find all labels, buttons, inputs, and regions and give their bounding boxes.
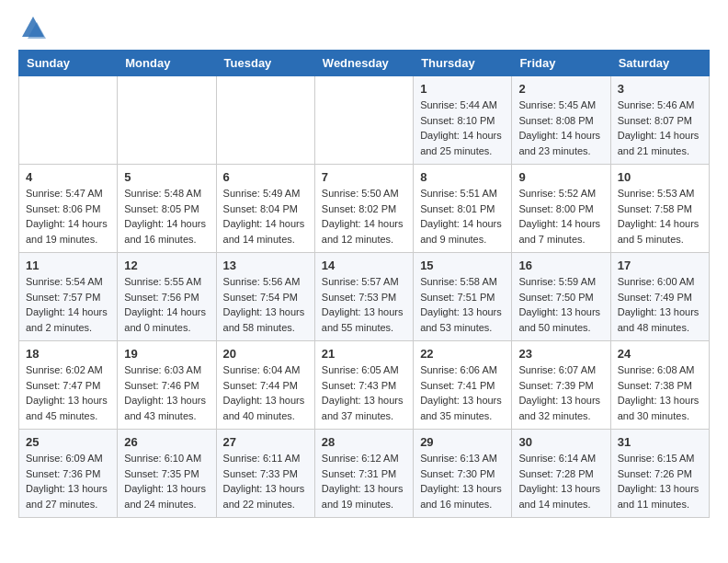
day-number: 13: [223, 259, 308, 272]
day-number: 11: [26, 259, 110, 272]
day-number: 31: [618, 435, 702, 449]
day-number: 28: [322, 435, 406, 449]
day-number: 17: [618, 259, 702, 272]
week-row-2: 4Sunrise: 5:47 AM Sunset: 8:06 PM Daylig…: [19, 165, 710, 253]
day-number: 27: [223, 435, 308, 449]
day-cell: 20Sunrise: 6:04 AM Sunset: 7:44 PM Dayli…: [216, 341, 314, 430]
day-cell: [314, 76, 413, 165]
day-number: 9: [518, 170, 603, 184]
day-info: Sunrise: 6:04 AM Sunset: 7:44 PM Dayligh…: [223, 362, 308, 423]
day-number: 10: [618, 170, 702, 184]
day-cell: 19Sunrise: 6:03 AM Sunset: 7:46 PM Dayli…: [118, 341, 216, 430]
day-cell: 6Sunrise: 5:49 AM Sunset: 8:04 PM Daylig…: [216, 165, 314, 253]
day-info: Sunrise: 5:57 AM Sunset: 7:53 PM Dayligh…: [322, 274, 406, 335]
day-cell: 29Sunrise: 6:13 AM Sunset: 7:30 PM Dayli…: [414, 430, 512, 518]
day-info: Sunrise: 6:02 AM Sunset: 7:47 PM Dayligh…: [26, 362, 110, 423]
day-cell: 4Sunrise: 5:47 AM Sunset: 8:06 PM Daylig…: [19, 165, 118, 253]
day-cell: 5Sunrise: 5:48 AM Sunset: 8:05 PM Daylig…: [118, 165, 216, 253]
day-number: 25: [26, 435, 110, 449]
day-number: 26: [124, 435, 209, 449]
calendar-body: 1Sunrise: 5:44 AM Sunset: 8:10 PM Daylig…: [19, 76, 710, 518]
day-number: 24: [618, 347, 702, 361]
day-number: 12: [124, 259, 209, 272]
day-info: Sunrise: 6:08 AM Sunset: 7:38 PM Dayligh…: [618, 362, 702, 423]
day-info: Sunrise: 5:48 AM Sunset: 8:05 PM Dayligh…: [124, 186, 209, 247]
logo-icon: [20, 15, 46, 40]
header-cell-monday: Monday: [118, 51, 216, 76]
day-info: Sunrise: 5:53 AM Sunset: 7:58 PM Dayligh…: [618, 186, 702, 247]
day-cell: 18Sunrise: 6:02 AM Sunset: 7:47 PM Dayli…: [19, 341, 118, 430]
day-cell: 12Sunrise: 5:55 AM Sunset: 7:56 PM Dayli…: [118, 253, 216, 341]
day-info: Sunrise: 5:55 AM Sunset: 7:56 PM Dayligh…: [124, 274, 209, 335]
day-cell: [118, 76, 216, 165]
day-info: Sunrise: 5:56 AM Sunset: 7:54 PM Dayligh…: [223, 274, 308, 335]
day-cell: 11Sunrise: 5:54 AM Sunset: 7:57 PM Dayli…: [19, 253, 118, 341]
day-number: 20: [223, 347, 308, 361]
day-info: Sunrise: 6:14 AM Sunset: 7:28 PM Dayligh…: [518, 451, 603, 511]
week-row-1: 1Sunrise: 5:44 AM Sunset: 8:10 PM Daylig…: [19, 76, 710, 165]
day-cell: 22Sunrise: 6:06 AM Sunset: 7:41 PM Dayli…: [414, 341, 512, 430]
day-info: Sunrise: 6:03 AM Sunset: 7:46 PM Dayligh…: [124, 362, 209, 423]
day-info: Sunrise: 6:09 AM Sunset: 7:36 PM Dayligh…: [26, 451, 110, 511]
day-cell: 15Sunrise: 5:58 AM Sunset: 7:51 PM Dayli…: [414, 253, 512, 341]
day-cell: 17Sunrise: 6:00 AM Sunset: 7:49 PM Dayli…: [610, 253, 709, 341]
day-number: 21: [322, 347, 406, 361]
day-info: Sunrise: 6:15 AM Sunset: 7:26 PM Dayligh…: [618, 451, 702, 511]
day-cell: 16Sunrise: 5:59 AM Sunset: 7:50 PM Dayli…: [512, 253, 610, 341]
week-row-5: 25Sunrise: 6:09 AM Sunset: 7:36 PM Dayli…: [19, 430, 710, 518]
day-number: 16: [518, 259, 603, 272]
header-cell-friday: Friday: [512, 51, 610, 76]
day-info: Sunrise: 6:06 AM Sunset: 7:41 PM Dayligh…: [420, 362, 505, 423]
day-number: 8: [420, 170, 505, 184]
day-info: Sunrise: 6:12 AM Sunset: 7:31 PM Dayligh…: [322, 451, 406, 511]
day-cell: 26Sunrise: 6:10 AM Sunset: 7:35 PM Dayli…: [118, 430, 216, 518]
day-number: 29: [420, 435, 505, 449]
day-cell: 10Sunrise: 5:53 AM Sunset: 7:58 PM Dayli…: [610, 165, 709, 253]
day-number: 4: [26, 170, 110, 184]
day-info: Sunrise: 5:51 AM Sunset: 8:01 PM Dayligh…: [420, 186, 505, 247]
header-cell-saturday: Saturday: [610, 51, 709, 76]
day-number: 7: [322, 170, 406, 184]
day-cell: 23Sunrise: 6:07 AM Sunset: 7:39 PM Dayli…: [512, 341, 610, 430]
day-cell: 27Sunrise: 6:11 AM Sunset: 7:33 PM Dayli…: [216, 430, 314, 518]
day-cell: [19, 76, 118, 165]
header-cell-sunday: Sunday: [19, 51, 118, 76]
day-info: Sunrise: 5:50 AM Sunset: 8:02 PM Dayligh…: [322, 186, 406, 247]
day-info: Sunrise: 6:11 AM Sunset: 7:33 PM Dayligh…: [223, 451, 308, 511]
day-cell: 13Sunrise: 5:56 AM Sunset: 7:54 PM Dayli…: [216, 253, 314, 341]
day-number: 22: [420, 347, 505, 361]
day-cell: 31Sunrise: 6:15 AM Sunset: 7:26 PM Dayli…: [610, 430, 709, 518]
day-number: 23: [518, 347, 603, 361]
day-number: 5: [124, 170, 209, 184]
day-cell: 1Sunrise: 5:44 AM Sunset: 8:10 PM Daylig…: [414, 76, 512, 165]
day-number: 3: [618, 82, 702, 96]
day-cell: 8Sunrise: 5:51 AM Sunset: 8:01 PM Daylig…: [414, 165, 512, 253]
header-row: SundayMondayTuesdayWednesdayThursdayFrid…: [19, 51, 710, 76]
day-number: 6: [223, 170, 308, 184]
day-info: Sunrise: 5:58 AM Sunset: 7:51 PM Dayligh…: [420, 274, 505, 335]
page-container: SundayMondayTuesdayWednesdayThursdayFrid…: [0, 0, 728, 533]
page-header: [18, 15, 710, 40]
day-info: Sunrise: 5:46 AM Sunset: 8:07 PM Dayligh…: [618, 98, 702, 158]
logo: [18, 15, 46, 40]
header-cell-wednesday: Wednesday: [314, 51, 413, 76]
day-cell: 21Sunrise: 6:05 AM Sunset: 7:43 PM Dayli…: [314, 341, 413, 430]
day-info: Sunrise: 6:10 AM Sunset: 7:35 PM Dayligh…: [124, 451, 209, 511]
calendar-header: SundayMondayTuesdayWednesdayThursdayFrid…: [19, 51, 710, 76]
day-number: 2: [518, 82, 603, 96]
day-cell: 30Sunrise: 6:14 AM Sunset: 7:28 PM Dayli…: [512, 430, 610, 518]
calendar-table: SundayMondayTuesdayWednesdayThursdayFrid…: [18, 50, 710, 518]
day-info: Sunrise: 6:00 AM Sunset: 7:49 PM Dayligh…: [618, 274, 702, 335]
week-row-3: 11Sunrise: 5:54 AM Sunset: 7:57 PM Dayli…: [19, 253, 710, 341]
day-number: 19: [124, 347, 209, 361]
day-cell: 14Sunrise: 5:57 AM Sunset: 7:53 PM Dayli…: [314, 253, 413, 341]
day-info: Sunrise: 5:44 AM Sunset: 8:10 PM Dayligh…: [420, 98, 505, 158]
day-info: Sunrise: 6:07 AM Sunset: 7:39 PM Dayligh…: [518, 362, 603, 423]
day-info: Sunrise: 5:49 AM Sunset: 8:04 PM Dayligh…: [223, 186, 308, 247]
day-info: Sunrise: 5:59 AM Sunset: 7:50 PM Dayligh…: [518, 274, 603, 335]
day-cell: 28Sunrise: 6:12 AM Sunset: 7:31 PM Dayli…: [314, 430, 413, 518]
day-info: Sunrise: 6:13 AM Sunset: 7:30 PM Dayligh…: [420, 451, 505, 511]
day-number: 30: [518, 435, 603, 449]
day-info: Sunrise: 6:05 AM Sunset: 7:43 PM Dayligh…: [322, 362, 406, 423]
day-number: 1: [420, 82, 505, 96]
